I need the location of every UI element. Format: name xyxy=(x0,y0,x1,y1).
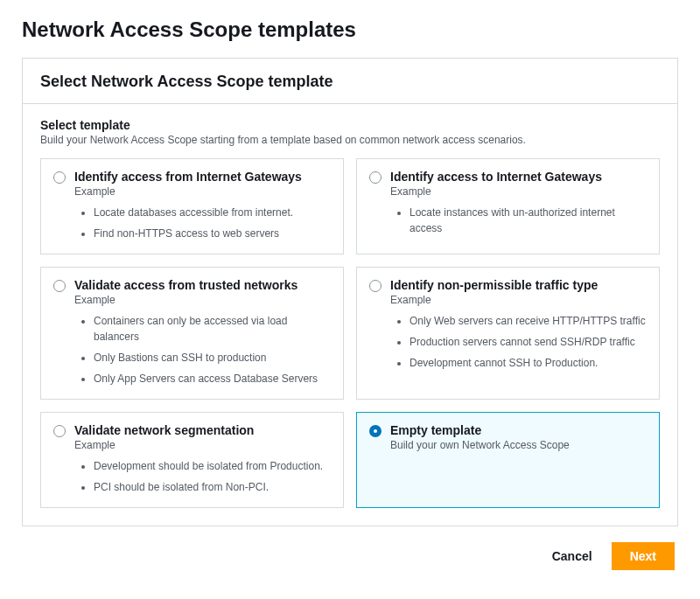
example-list: Only Web servers can receive HTTP/HTTPS … xyxy=(390,313,647,371)
card-title: Identify access from Internet Gateways xyxy=(74,170,331,184)
section-title: Select template xyxy=(40,118,660,132)
example-item: Find non-HTTPS access to web servers xyxy=(94,226,331,241)
radio-icon xyxy=(369,171,382,184)
card-title: Empty template xyxy=(390,423,647,437)
card-content: Validate network segmentation Example De… xyxy=(74,423,331,495)
example-item: Containers can only be accessed via load… xyxy=(94,313,331,345)
radio-icon xyxy=(53,280,66,292)
example-item: Development should be isolated from Prod… xyxy=(94,458,331,474)
card-validate-trusted-networks[interactable]: Validate access from trusted networks Ex… xyxy=(40,267,344,400)
page-title: Network Access Scope templates xyxy=(22,17,678,42)
card-sub: Example xyxy=(390,185,647,198)
card-title: Validate network segmentation xyxy=(74,423,331,437)
radio-icon xyxy=(369,280,382,292)
card-sub: Example xyxy=(74,185,331,198)
card-identify-from-internet-gateways[interactable]: Identify access from Internet Gateways E… xyxy=(40,158,344,254)
card-title: Identify access to Internet Gateways xyxy=(390,170,647,184)
card-content: Identify access to Internet Gateways Exa… xyxy=(390,170,647,241)
card-identify-non-permissible-traffic[interactable]: Identify non-permissible traffic type Ex… xyxy=(356,267,660,400)
card-sub: Build your own Network Access Scope xyxy=(390,439,647,451)
card-title: Identify non-permissible traffic type xyxy=(390,278,647,292)
footer: Cancel Next xyxy=(22,526,678,572)
card-content: Empty template Build your own Network Ac… xyxy=(390,423,647,495)
example-list: Development should be isolated from Prod… xyxy=(74,458,331,495)
example-item: Locate databases accessible from interne… xyxy=(94,205,331,220)
radio-icon xyxy=(369,425,382,437)
example-list: Locate instances with un-authorized inte… xyxy=(390,205,647,236)
card-sub: Example xyxy=(390,294,647,306)
card-title: Validate access from trusted networks xyxy=(74,278,331,292)
example-item: PCI should be isolated from Non-PCI. xyxy=(94,479,331,495)
example-item: Only App Servers can access Database Ser… xyxy=(94,371,331,387)
panel-heading: Select Network Access Scope template xyxy=(40,73,660,91)
card-validate-segmentation[interactable]: Validate network segmentation Example De… xyxy=(40,412,344,508)
example-item: Only Web servers can receive HTTP/HTTPS … xyxy=(410,313,647,329)
example-list: Containers can only be accessed via load… xyxy=(74,313,331,387)
template-panel: Select Network Access Scope template Sel… xyxy=(22,58,678,526)
radio-icon xyxy=(53,425,66,437)
card-content: Validate access from trusted networks Ex… xyxy=(74,278,331,387)
cancel-button[interactable]: Cancel xyxy=(549,542,596,570)
radio-icon xyxy=(53,171,66,184)
panel-body: Select template Build your Network Acces… xyxy=(23,104,677,526)
example-item: Only Bastions can SSH to production xyxy=(94,350,331,366)
example-item: Locate instances with un-authorized inte… xyxy=(410,205,647,236)
next-button[interactable]: Next xyxy=(612,542,675,570)
example-list: Locate databases accessible from interne… xyxy=(74,205,331,241)
card-content: Identify non-permissible traffic type Ex… xyxy=(390,278,647,387)
example-item: Production servers cannot send SSH/RDP t… xyxy=(410,334,647,350)
card-sub: Example xyxy=(74,439,331,451)
card-content: Identify access from Internet Gateways E… xyxy=(74,170,331,241)
card-empty-template[interactable]: Empty template Build your own Network Ac… xyxy=(356,412,660,508)
example-item: Development cannot SSH to Production. xyxy=(410,355,647,371)
card-identify-to-internet-gateways[interactable]: Identify access to Internet Gateways Exa… xyxy=(356,158,660,254)
card-sub: Example xyxy=(74,294,331,306)
panel-header: Select Network Access Scope template xyxy=(23,59,677,104)
section-desc: Build your Network Access Scope starting… xyxy=(40,134,660,146)
template-grid: Identify access from Internet Gateways E… xyxy=(40,158,660,508)
